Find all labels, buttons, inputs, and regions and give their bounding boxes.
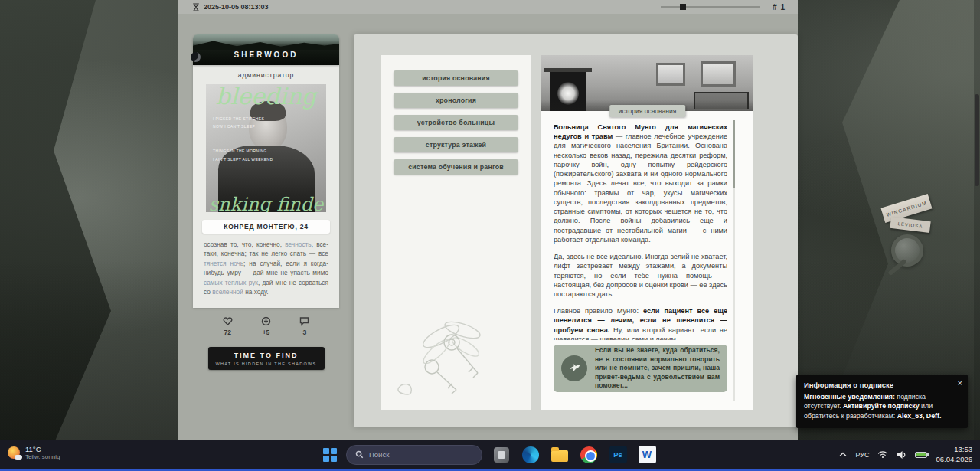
nav-button-chronology[interactable]: хронология — [394, 93, 518, 108]
profile-banner: SHERWOOD — [193, 34, 339, 65]
profile-cta-button[interactable]: TIME TO FIND WHAT IS HIDDEN IN THE SHADO… — [208, 347, 325, 370]
battery-icon[interactable] — [915, 452, 927, 458]
photo-caption: I PICKED THE STITCHES — [213, 116, 264, 121]
cta-subtitle: WHAT IS HIDDEN IN THE SHADOWS — [211, 361, 322, 366]
edge-icon[interactable] — [521, 445, 541, 465]
weather-sun-icon — [8, 446, 20, 459]
search-input[interactable] — [369, 450, 461, 459]
nav-button-founding-history[interactable]: история основания — [394, 70, 518, 86]
article-scrollbar-thumb[interactable] — [733, 120, 735, 188]
bio-link[interactable]: самых теплых рук — [204, 279, 258, 286]
paragraph-text: Главное правило Мунго: — [554, 307, 643, 315]
likes-stat[interactable]: 72 — [223, 316, 233, 336]
profile-banner-title: SHERWOOD — [193, 51, 339, 59]
slider-thumb[interactable] — [680, 4, 686, 10]
article-tab[interactable]: история основания — [609, 105, 686, 117]
nav-button-floor-structure[interactable]: структура этажей — [394, 137, 518, 152]
magnifier-lens — [891, 234, 923, 267]
dove-icon — [561, 355, 587, 381]
profile-card-body: администратор bleeding I PICKED THE STIT… — [193, 65, 339, 308]
nav-button-hospital-layout[interactable]: устройство больницы — [394, 115, 518, 130]
keys-illustration — [387, 307, 525, 399]
notice-text: Если вы не знаете, куда обратиться, не в… — [595, 346, 720, 390]
bio-text: на ходу. — [243, 288, 269, 296]
fireplace-shape — [550, 72, 586, 111]
page-scrollbar[interactable] — [974, 0, 980, 440]
audio-slider[interactable] — [661, 6, 760, 8]
reputation-stat[interactable]: +5 — [261, 316, 271, 336]
chrome-icon[interactable] — [579, 445, 599, 465]
messages-count: 3 — [302, 329, 306, 336]
bio-link[interactable]: вечность — [285, 240, 311, 248]
taskbar-center: Ps W — [323, 440, 657, 469]
cta-title: TIME TO FIND — [211, 352, 322, 359]
start-button[interactable] — [323, 448, 337, 462]
taskbar: 11°C Teilw. sonnig Ps W РУС — [0, 440, 980, 471]
plus-icon — [261, 316, 271, 326]
wifi-icon[interactable] — [877, 450, 888, 459]
article-paragraph: Больница Святого Мунго для магических не… — [554, 123, 727, 244]
system-tray: РУС 13:53 06.04.2026 — [839, 440, 972, 469]
photo-caption: I AIN'T SLEPT ALL WEEKEND — [213, 157, 273, 162]
search-icon — [355, 450, 364, 459]
article-text: Больница Святого Мунго для магических не… — [554, 123, 727, 340]
bio-link[interactable]: вселенной — [212, 288, 243, 296]
clock-date: 06.04.2026 — [936, 455, 972, 464]
profile-stats: 72 +5 3 — [193, 308, 339, 340]
article-panel: история основания Больница Святого Мунго… — [541, 55, 753, 410]
taskbar-search[interactable] — [346, 445, 482, 465]
language-indicator[interactable]: РУС — [855, 451, 869, 459]
messages-stat[interactable]: 3 — [299, 316, 309, 336]
toast-bold: Alex_63, — [897, 412, 925, 420]
task-view-icon[interactable] — [492, 445, 511, 465]
heart-icon — [223, 316, 233, 326]
moon-icon[interactable] — [191, 52, 201, 62]
nav-button-training-ranks[interactable]: система обучения и рангов — [394, 159, 518, 175]
mountain-ridge-left — [0, 0, 191, 471]
hourglass-icon — [193, 3, 199, 11]
bio-link[interactable]: тянется ночь — [204, 260, 243, 267]
photo-caption: NOW I CAN'T SLEEP — [213, 124, 255, 129]
article-paragraph: Главное правило Мунго: если пациент все … — [554, 306, 727, 340]
weather-temp: 11°C — [25, 445, 60, 453]
page-scrollbar-thumb[interactable] — [975, 94, 979, 186]
toast-bold: Deff. — [926, 412, 942, 420]
reputation-count: +5 — [263, 329, 270, 336]
article-header-image — [541, 55, 753, 111]
profile-name[interactable]: КОНРЕД МОНТЕГЮ, 24 — [202, 220, 330, 234]
article-scrollbar[interactable] — [733, 120, 735, 401]
photo-script-top: bleeding — [206, 84, 326, 110]
post-body: история основания хронология устройство … — [354, 34, 798, 427]
profile-role: администратор — [202, 71, 330, 79]
photo-script-bottom: snking finde — [206, 194, 326, 212]
close-icon[interactable]: × — [958, 378, 962, 388]
likes-count: 72 — [224, 329, 230, 336]
paragraph-text: Да, здесь не все идеально. Иногда зелий … — [554, 253, 727, 298]
file-explorer-icon[interactable] — [550, 445, 570, 465]
weather-desc: Teilw. sonnig — [25, 453, 60, 461]
message-icon — [299, 316, 309, 326]
notice-box: Если вы не знаете, куда обратиться, не в… — [554, 345, 727, 392]
toast-body: Мгновенные уведомления: подписка отсутст… — [804, 392, 959, 420]
article-paragraph: Да, здесь не все идеально. Иногда зелий … — [554, 252, 727, 299]
photoshop-icon[interactable]: Ps — [608, 445, 628, 465]
toast-bold: Мгновенные уведомления: — [804, 393, 895, 401]
window-shape — [656, 63, 685, 86]
paragraph-text: — главное лечебное учреждение для магиче… — [554, 132, 727, 244]
word-icon[interactable]: W — [637, 445, 657, 465]
profile-card: SHERWOOD администратор bleeding I PICKED… — [193, 34, 339, 370]
post-number: # 1 — [773, 3, 786, 11]
nav-panel: история основания хронология устройство … — [381, 55, 531, 410]
bed-shape — [694, 92, 749, 109]
volume-icon[interactable] — [897, 450, 906, 460]
post-timestamp: 2025-10-05 08:13:03 — [204, 3, 269, 11]
chevron-up-icon[interactable] — [839, 452, 847, 457]
magnifier-icon — [891, 234, 929, 282]
subscription-toast: × Информация о подписке Мгновенные уведо… — [796, 375, 968, 428]
window-shape — [701, 61, 736, 87]
taskbar-clock[interactable]: 13:53 06.04.2026 — [936, 445, 972, 464]
weather-widget[interactable]: 11°C Teilw. sonnig — [8, 445, 60, 461]
profile-photo: bleeding I PICKED THE STITCHES NOW I CAN… — [206, 84, 326, 212]
bio-text: осознав то, что, конечно, — [204, 240, 285, 248]
clock-time: 13:53 — [936, 445, 972, 454]
